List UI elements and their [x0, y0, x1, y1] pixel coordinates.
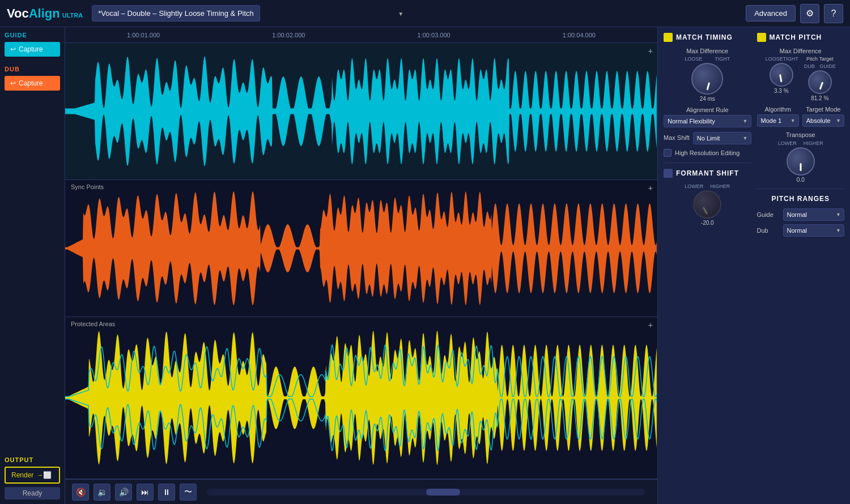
- pitch-target-knob[interactable]: [808, 70, 832, 94]
- render-button[interactable]: Render →⬜: [5, 467, 60, 484]
- dub-expand-icon[interactable]: +: [648, 183, 653, 193]
- left-sidebar: GUIDE ↩ Capture DUB ↩ Capture OUTPUT Ren…: [0, 27, 65, 504]
- pitch-ranges-title: PITCH RANGES: [757, 195, 845, 203]
- max-shift-select[interactable]: No Limit: [693, 132, 751, 144]
- max-shift-label: Max Shift: [664, 134, 690, 141]
- formant-knob-wrapper: LOWER HIGHER -20.0: [664, 183, 751, 226]
- match-timing-checkbox[interactable]: [664, 33, 673, 42]
- dub-label: DUB: [5, 66, 60, 72]
- target-mode-wrapper: Absolute: [802, 114, 844, 127]
- volume-low-btn[interactable]: 🔉: [94, 484, 110, 501]
- capture-guide-button[interactable]: ↩ Capture: [5, 42, 60, 57]
- guide-range-select[interactable]: Normal Low High Very High: [783, 208, 845, 221]
- output-label: OUTPUT: [5, 456, 60, 463]
- formant-value: -20.0: [701, 220, 714, 226]
- capture-dub-icon: ↩: [10, 79, 16, 87]
- waveform-btn[interactable]: 〜: [180, 484, 197, 501]
- top-bar-right: Advanced ⚙ ?: [746, 4, 843, 23]
- algorithm-wrapper: Mode 1: [757, 114, 799, 127]
- timing-knob-labels: LOOSE TIGHT: [685, 56, 730, 62]
- transpose-section: Transpose LOWER HIGHER 0.0: [757, 131, 845, 183]
- formant-knob-indicator: [703, 207, 708, 215]
- transpose-knob[interactable]: [787, 147, 815, 176]
- pitch-knobs-row: Max Difference LOOSE TIGHT 3.3 %: [757, 48, 845, 101]
- pitch-maxdiff-knob-labels: LOOSE TIGHT: [766, 56, 797, 62]
- dub-waveform-section[interactable]: Sync Points +: [65, 180, 657, 317]
- timing-tight-label: TIGHT: [715, 56, 730, 62]
- match-pitch-checkbox[interactable]: [757, 33, 766, 42]
- formant-checkbox[interactable]: [664, 169, 673, 178]
- right-columns: MATCH TIMING Max Difference LOOSE TIGHT …: [664, 33, 844, 240]
- timing-knob-indicator: [707, 82, 711, 90]
- high-res-row: High Resolution Editing: [664, 149, 751, 157]
- mute-btn[interactable]: 🔇: [72, 484, 89, 501]
- capture-dub-button[interactable]: ↩ Capture: [5, 76, 60, 91]
- volume-high-btn[interactable]: 🔊: [115, 484, 132, 501]
- pitch-target-header-label: Pitch Target: [806, 56, 833, 62]
- timing-knob-wrapper: LOOSE TIGHT 24 ms: [664, 56, 751, 102]
- logo: VocAlign ULTRA: [7, 6, 83, 21]
- pitch-max-diff-label: Max Difference: [757, 48, 845, 54]
- capture-dub-label: Capture: [19, 79, 43, 87]
- formant-knob[interactable]: [693, 190, 721, 219]
- render-icon: →⬜: [36, 471, 52, 479]
- pitch-guide-label: GUIDE: [819, 63, 836, 69]
- preset-dropdown[interactable]: *Vocal – Double – Slightly Loose Timing …: [92, 5, 260, 22]
- guide-waveform-section[interactable]: +: [65, 43, 657, 180]
- pitch-target-knob-wrapper: Pitch Target DUB GUIDE 81.2 %: [804, 56, 836, 101]
- settings-button[interactable]: ⚙: [800, 4, 819, 23]
- formant-section: FORMANT SHIFT LOWER HIGHER -20.0: [664, 169, 751, 226]
- scrollbar-thumb: [426, 489, 460, 496]
- transpose-knob-wrapper: LOWER HIGHER 0.0: [778, 140, 823, 183]
- capture-guide-label: Capture: [19, 45, 43, 53]
- dub-waveform: [65, 180, 657, 317]
- guide-expand-icon[interactable]: +: [648, 46, 653, 55]
- pitch-maxdiff-knob[interactable]: [770, 63, 793, 87]
- pitch-tight-label: TIGHT: [783, 56, 798, 62]
- high-res-checkbox[interactable]: [664, 149, 672, 157]
- pitch-target-value: 81.2 %: [811, 95, 828, 101]
- skip-btn[interactable]: ⏭: [137, 484, 154, 501]
- center-area: 1:00:01.000 1:00:02.000 1:00:03.000 1:00…: [65, 27, 657, 504]
- match-pitch-title: MATCH PITCH: [770, 33, 822, 41]
- alignment-rule-select[interactable]: Normal Flexibility: [664, 115, 751, 127]
- protected-areas-label: Protected Areas: [71, 321, 115, 327]
- guide-range-label: Guide: [757, 211, 780, 218]
- timing-knob[interactable]: [691, 63, 723, 95]
- alignment-rule-wrapper: Normal Flexibility: [664, 115, 751, 127]
- pitch-ranges-section: PITCH RANGES Guide Normal Low High Very …: [757, 195, 845, 237]
- target-mode-label: Target Mode: [802, 106, 844, 113]
- transpose-lower-label: LOWER: [778, 140, 797, 146]
- timing-loose-label: LOOSE: [685, 56, 702, 62]
- match-timing-header: MATCH TIMING: [664, 33, 751, 42]
- formant-knob-labels: LOWER HIGHER: [685, 183, 730, 189]
- pitch-target-knob-labels: DUB GUIDE: [804, 63, 836, 69]
- advanced-button[interactable]: Advanced: [746, 5, 796, 22]
- match-pitch-header: MATCH PITCH: [757, 33, 845, 42]
- dub-range-select[interactable]: Normal Low High Very High: [783, 224, 845, 237]
- render-label: Render: [11, 471, 33, 479]
- formant-header: FORMANT SHIFT: [664, 169, 751, 178]
- scrollbar-track[interactable]: [207, 489, 645, 496]
- algorithm-row: Algorithm Mode 1: [757, 106, 799, 127]
- transpose-knob-indicator: [800, 163, 801, 171]
- pitch-maxdiff-value: 3.3 %: [774, 88, 789, 94]
- guide-label: GUIDE: [5, 32, 60, 39]
- max-shift-inner: Max Shift No Limit: [664, 132, 751, 144]
- output-expand-icon[interactable]: +: [648, 321, 653, 330]
- preset-dropdown-wrapper: *Vocal – Double – Slightly Loose Timing …: [92, 5, 409, 22]
- sync-points-label: Sync Points: [71, 183, 104, 190]
- high-res-label: High Resolution Editing: [675, 150, 740, 156]
- ready-badge: Ready: [5, 487, 60, 499]
- pause-btn[interactable]: ⏸: [158, 484, 175, 501]
- output-waveform: [65, 317, 657, 479]
- transport-bar: 🔇 🔉 🔊 ⏭ ⏸ 〜: [65, 479, 657, 504]
- help-button[interactable]: ?: [824, 4, 843, 23]
- target-mode-select[interactable]: Absolute: [802, 114, 844, 127]
- formant-lower-label: LOWER: [685, 183, 703, 189]
- pitch-divider: [757, 189, 845, 189]
- output-waveform-section[interactable]: Protected Areas +: [65, 317, 657, 479]
- max-shift-wrapper: No Limit: [693, 132, 751, 144]
- logo-ultra: ULTRA: [62, 12, 83, 19]
- algorithm-select[interactable]: Mode 1: [757, 114, 799, 127]
